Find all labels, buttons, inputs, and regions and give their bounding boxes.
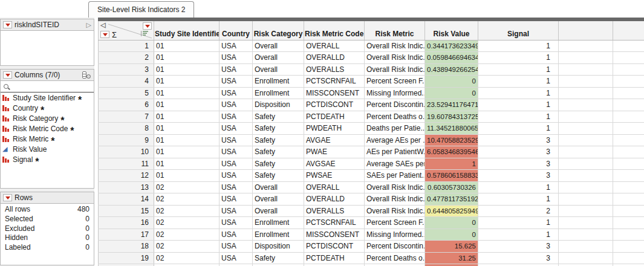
- cell-risk-metric-code[interactable]: AVGSAE: [304, 158, 365, 170]
- cell-risk-metric[interactable]: Percent Screen F...: [365, 76, 425, 88]
- cell-country[interactable]: USA: [220, 123, 253, 135]
- cell-risk-category[interactable]: Safety: [253, 170, 304, 182]
- cell-study-site-identifier[interactable]: 01: [154, 170, 220, 182]
- row-number[interactable]: 10: [99, 146, 154, 158]
- cell-study-site-identifier[interactable]: 02: [154, 252, 220, 264]
- cell-empty[interactable]: [559, 181, 613, 193]
- cell-risk-metric-code[interactable]: PCTDISCONT: [304, 241, 365, 253]
- cell-empty[interactable]: [559, 241, 613, 253]
- cell-risk-category[interactable]: Safety: [253, 158, 304, 170]
- cell-risk-metric[interactable]: Average AEs per ...: [365, 134, 425, 146]
- cell-risk-metric[interactable]: Overall Risk Indic...: [365, 52, 425, 64]
- cell-empty[interactable]: [559, 217, 613, 229]
- cell-country[interactable]: USA: [220, 134, 253, 146]
- cell-risk-category[interactable]: Safety: [253, 252, 304, 264]
- cell-risk-metric[interactable]: SAEs per Patient...: [365, 170, 425, 182]
- cell-signal[interactable]: 3: [478, 158, 559, 170]
- cell-risk-category[interactable]: Disposition: [253, 241, 304, 253]
- cell-country[interactable]: USA: [220, 87, 253, 99]
- cell-risk-metric[interactable]: Deaths per Patie...: [365, 123, 425, 135]
- cell-risk-category[interactable]: Overall: [253, 193, 304, 206]
- cell-risk-metric[interactable]: Overall Risk Indic...: [365, 40, 425, 52]
- cell-risk-metric-code[interactable]: PCTDEATH: [304, 111, 365, 123]
- cell-risk-metric[interactable]: Missing Informed...: [365, 229, 425, 241]
- cell-empty[interactable]: [613, 76, 644, 88]
- cell-study-site-identifier[interactable]: 01: [154, 99, 220, 111]
- grid-corner-cell[interactable]: ◁ Σ: [99, 21, 154, 40]
- cell-risk-value[interactable]: 0.344173623349: [425, 40, 478, 52]
- cell-risk-value[interactable]: 31.25: [425, 252, 478, 264]
- row-number[interactable]: 5: [99, 87, 154, 99]
- column-header-risk-value[interactable]: Risk Value: [425, 21, 478, 40]
- cell-study-site-identifier[interactable]: 01: [154, 158, 220, 170]
- cell-empty[interactable]: [559, 146, 613, 158]
- cell-risk-value[interactable]: 10.47058823529: [425, 134, 478, 146]
- cell-study-site-identifier[interactable]: 01: [154, 87, 220, 99]
- cell-risk-metric-code[interactable]: OVERALL: [304, 40, 365, 52]
- cell-empty[interactable]: [613, 241, 644, 253]
- cell-signal[interactable]: 3: [478, 170, 559, 182]
- cell-empty[interactable]: [559, 40, 613, 52]
- cell-risk-metric[interactable]: Overall Risk Indic...: [365, 63, 425, 76]
- cell-country[interactable]: USA: [220, 170, 253, 182]
- cell-country[interactable]: USA: [220, 205, 253, 217]
- tab-site-level-risk-indicators-2[interactable]: Site-Level Risk Indicators 2: [88, 1, 194, 18]
- cell-empty[interactable]: [559, 193, 613, 206]
- cell-empty[interactable]: [559, 52, 613, 64]
- cell-risk-value[interactable]: 0.059846694634: [425, 52, 478, 64]
- cell-signal[interactable]: 1: [478, 229, 559, 241]
- cell-risk-value[interactable]: 6.058346839546: [425, 146, 478, 158]
- row-number[interactable]: 2: [99, 52, 154, 64]
- row-number[interactable]: 18: [99, 241, 154, 253]
- cell-empty[interactable]: [559, 111, 613, 123]
- cell-empty[interactable]: [559, 264, 613, 266]
- cell-empty[interactable]: [559, 123, 613, 135]
- cell-risk-metric[interactable]: Percent Deaths o...: [365, 252, 425, 264]
- cell-risk-metric-code[interactable]: PCTDISCONT: [304, 99, 365, 111]
- cell-risk-value[interactable]: 0.477811735192: [425, 193, 478, 206]
- cell-empty[interactable]: [613, 99, 644, 111]
- cell-empty[interactable]: [613, 87, 644, 99]
- cell-risk-metric-code[interactable]: PWSAE: [304, 170, 365, 182]
- table-menu-red-triangle-icon[interactable]: [3, 21, 12, 28]
- row-number[interactable]: 11: [99, 158, 154, 170]
- cell-country[interactable]: USA: [220, 229, 253, 241]
- row-number[interactable]: 13: [99, 181, 154, 193]
- column-item-risk-category[interactable]: Risk Category*: [1, 113, 94, 123]
- cell-country[interactable]: USA: [220, 99, 253, 111]
- cell-risk-category[interactable]: Disposition: [253, 99, 304, 111]
- row-number[interactable]: 4: [99, 76, 154, 88]
- cell-empty[interactable]: [559, 76, 613, 88]
- cell-risk-value[interactable]: 0.644805825949: [425, 205, 478, 217]
- cell-country[interactable]: USA: [220, 158, 253, 170]
- cell-empty[interactable]: [559, 205, 613, 217]
- column-header-risk-metric-code[interactable]: Risk Metric Code: [304, 21, 365, 40]
- cell-empty[interactable]: [559, 229, 613, 241]
- cell-signal[interactable]: 1: [478, 87, 559, 99]
- cell-risk-category[interactable]: Overall: [253, 181, 304, 193]
- cell-study-site-identifier[interactable]: 01: [154, 111, 220, 123]
- cell-study-site-identifier[interactable]: 02: [154, 193, 220, 206]
- cell-country[interactable]: USA: [220, 252, 253, 264]
- cell-country[interactable]: USA: [220, 217, 253, 229]
- cell-empty[interactable]: [559, 252, 613, 264]
- cell-study-site-identifier[interactable]: 02: [154, 205, 220, 217]
- cell-study-site-identifier[interactable]: 01: [154, 134, 220, 146]
- column-item-study-site-identifier[interactable]: Study Site Identifier*: [1, 92, 94, 103]
- cell-risk-category[interactable]: Overall: [253, 52, 304, 64]
- cell-risk-metric-code[interactable]: OVERALLS: [304, 63, 365, 76]
- cell-risk-metric[interactable]: Percent Discontin...: [365, 241, 425, 253]
- column-item-risk-metric[interactable]: Risk Metric*: [1, 134, 94, 144]
- column-item-risk-value[interactable]: ◢Risk Value: [1, 144, 94, 154]
- panel-expand-icon[interactable]: ▷: [86, 22, 91, 28]
- columns-menu-red-triangle-icon[interactable]: [3, 71, 12, 79]
- cell-country[interactable]: USA: [220, 63, 253, 76]
- cell-risk-value[interactable]: 0.578606158833: [425, 170, 478, 182]
- cell-risk-category[interactable]: Safety: [253, 264, 304, 266]
- cell-signal[interactable]: 3: [478, 241, 559, 253]
- cell-empty[interactable]: [613, 170, 644, 182]
- row-number[interactable]: 15: [99, 205, 154, 217]
- column-header-signal[interactable]: Signal: [478, 21, 559, 40]
- row-number[interactable]: 7: [99, 111, 154, 123]
- sort-indicator-icon[interactable]: [141, 31, 148, 36]
